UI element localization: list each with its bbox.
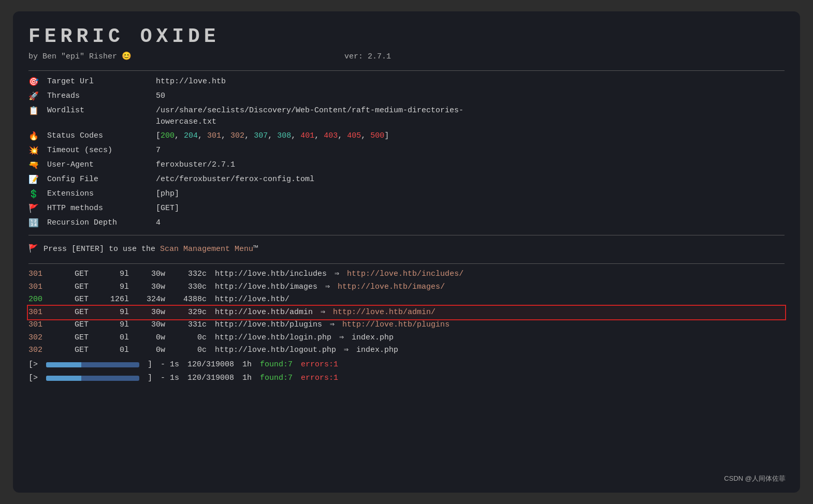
config-val-configfile: /etc/feroxbuster/ferox-config.toml [156,174,785,186]
result-lines: 0l [101,345,137,357]
watermark: CSDN @人间体佐菲 [724,473,786,484]
config-row-configfile: 📝 Config File /etc/feroxbuster/ferox-con… [28,173,785,187]
result-words: 0w [137,345,173,357]
result-words: 324w [137,294,173,306]
result-status: 301 [28,319,60,331]
result-url: http://love.htb/includes ⇒ http://love.h… [215,269,785,280]
result-row-images: 301 GET 9l 30w 330c http://love.htb/imag… [28,281,785,294]
divider-top [28,70,785,71]
result-lines: 0l [101,332,137,344]
result-chars: 0c [173,345,215,357]
version-label: ver: 2.7.1 [344,51,391,63]
progress-fraction: 120/319008 [187,359,234,371]
result-status: 302 [28,332,60,344]
result-url: http://love.htb/plugins ⇒ http://love.ht… [215,319,785,331]
config-row-status: 🔥 Status Codes [200, 204, 301, 302, 307,… [28,129,785,144]
progress-fraction-2: 120/319008 [187,373,234,384]
progress-bracket-open-2: [> [28,373,38,384]
result-status: 302 [28,345,60,357]
config-val-recursion: 4 [156,217,785,229]
result-lines: 126l [101,294,137,306]
result-method: GET [60,269,101,280]
progress-duration: 1h [242,359,252,371]
result-words: 30w [137,281,173,293]
result-row-includes: 301 GET 9l 30w 332c http://love.htb/incl… [28,268,785,281]
result-url: http://love.htb/ [215,294,785,306]
progress-bar-2 [46,376,139,381]
prompt-text: Press [ENTER] to use the Scan Management… [43,244,258,256]
config-key-timeout: Timeout (secs) [47,145,156,157]
results-area: 301 GET 9l 30w 332c http://love.htb/incl… [28,268,785,357]
config-val-timeout: 7 [156,145,785,157]
result-status: 301 [28,281,60,293]
result-lines: 9l [101,281,137,293]
configfile-icon: 📝 [28,174,47,186]
status-icon: 🔥 [28,130,47,143]
enter-prompt: 🚩 Press [ENTER] to use the Scan Manageme… [28,240,785,260]
divider-mid [28,235,785,235]
result-method: GET [60,319,101,331]
result-chars: 4388c [173,294,215,306]
config-key-extensions: Extensions [47,188,156,200]
result-lines: 9l [101,307,137,319]
progress-fill [46,362,81,367]
progress-row-2: [> ] - 1s 120/319008 1h found:7 errors:1 [28,373,785,384]
progress-errors-2: errors:1 [301,373,338,384]
result-words: 30w [137,307,173,319]
result-words: 0w [137,332,173,344]
timeout-icon: 💥 [28,145,47,157]
result-method: GET [60,307,101,319]
config-row-extensions: 💲 Extensions [php] [28,187,785,202]
config-row-methods: 🚩 HTTP methods [GET] [28,202,785,216]
result-url: http://love.htb/admin ⇒ http://love.htb/… [215,307,785,319]
config-val-methods: [GET] [156,203,785,215]
progress-row-1: [> ] - 1s 120/319008 1h found:7 errors:1 [28,359,785,371]
target-icon: 🎯 [28,76,47,88]
config-key-target: Target Url [47,76,156,88]
config-key-methods: HTTP methods [47,203,156,215]
methods-icon: 🚩 [28,203,47,215]
config-row-useragent: 🔫 User-Agent feroxbuster/2.7.1 [28,158,785,173]
divider-results [28,263,785,264]
result-row-admin: 301 GET 9l 30w 329c http://love.htb/admi… [28,306,785,319]
config-key-threads: Threads [47,91,156,102]
result-status: 301 [28,307,60,319]
config-val-useragent: feroxbuster/2.7.1 [156,159,785,171]
result-row-logout: 302 GET 0l 0w 0c http://love.htb/logout.… [28,344,785,357]
result-method: GET [60,294,101,306]
config-val-wordlist: /usr/share/seclists/Discovery/Web-Conten… [156,105,785,128]
result-url: http://love.htb/logout.php ⇒ index.php [215,345,785,357]
result-row-plugins: 301 GET 9l 30w 331c http://love.htb/plug… [28,319,785,332]
progress-bracket-close: ] [148,359,152,371]
prompt-flag-icon: 🚩 [28,244,38,256]
config-key-recursion: Recursion Depth [47,217,156,229]
config-val-threads: 50 [156,91,785,102]
config-row-wordlist: 📋 Wordlist /usr/share/seclists/Discovery… [28,104,785,129]
config-row-threads: 🚀 Threads 50 [28,90,785,104]
threads-icon: 🚀 [28,91,47,103]
config-key-wordlist: Wordlist [47,105,156,117]
result-method: GET [60,332,101,344]
result-url: http://love.htb/images ⇒ http://love.htb… [215,281,785,293]
progress-found-2: found:7 [260,373,293,384]
progress-bracket-close-2: ] [148,373,152,384]
config-row-timeout: 💥 Timeout (secs) 7 [28,144,785,158]
progress-time: - 1s [161,359,179,371]
result-words: 30w [137,319,173,331]
config-key-useragent: User-Agent [47,159,156,171]
result-chars: 329c [173,307,215,319]
result-chars: 331c [173,319,215,331]
subtitle-bar: by Ben "epi" Risher 😊 ver: 2.7.1 [28,51,391,63]
result-status: 301 [28,269,60,280]
result-status: 200 [28,294,60,306]
config-table: 🎯 Target Url http://love.htb 🚀 Threads 5… [28,75,785,231]
terminal-window: FERRIC OXIDE by Ben "epi" Risher 😊 ver: … [13,11,800,493]
config-key-configfile: Config File [47,174,156,186]
useragent-icon: 🔫 [28,159,47,172]
extensions-icon: 💲 [28,188,47,201]
progress-errors: errors:1 [301,359,338,371]
ascii-title: FERRIC OXIDE [28,22,785,51]
progress-duration-2: 1h [242,373,252,384]
progress-time-2: - 1s [161,373,179,384]
author-label: by Ben "epi" Risher 😊 [28,51,132,63]
